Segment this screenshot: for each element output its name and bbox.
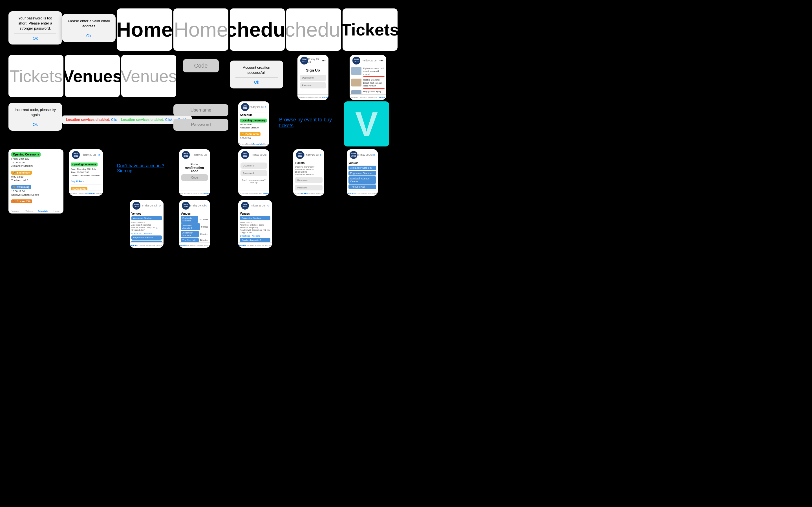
venue-edgbaston-small[interactable]: Edgbaston Stadium	[349, 171, 376, 175]
alert-ok-button[interactable]: Ok	[14, 36, 56, 41]
tab-h-vs[interactable]: Home	[371, 191, 378, 195]
code-input-container: Code	[173, 59, 229, 72]
alert-email-ok-button[interactable]: Ok	[68, 33, 110, 39]
tab-v-vd[interactable]: Venues	[179, 244, 187, 247]
venue-sandwell-dist[interactable]: Sandwell Aquatic C	[181, 223, 200, 230]
tab-h-tp[interactable]: Home	[318, 191, 324, 195]
password-input-small[interactable]	[300, 82, 326, 89]
tab-t-lp[interactable]: Tickets	[246, 191, 253, 195]
tab-t-vc[interactable]: Tickets	[246, 244, 255, 247]
tab-schedule-news[interactable]: Schedule	[368, 96, 377, 100]
cricket-website-link[interactable]: Website	[252, 235, 260, 237]
tab-t-vd[interactable]: Tickets	[187, 244, 194, 247]
login-username[interactable]	[241, 163, 267, 169]
schedule-detail-footer: Venues Tickets Schedule Home	[69, 190, 103, 196]
tab-v-vc[interactable]: Venues	[238, 244, 246, 247]
tab-v-sbig[interactable]: Venues	[8, 209, 22, 213]
tab-t-tp[interactable]: Tickets	[301, 191, 308, 195]
tab-t-vs[interactable]: Tickets	[355, 191, 362, 195]
venue-nec-small[interactable]: The Nec Hall	[349, 184, 376, 189]
sched-cricket-big: 🏏 Cricket T20	[11, 198, 61, 204]
code-input-display[interactable]: Code	[183, 59, 219, 72]
tab-venues-sch[interactable]: Venues	[238, 142, 246, 146]
tab-home-news[interactable]: Home	[377, 96, 386, 100]
tab-s-cc[interactable]: Schedule	[194, 191, 203, 195]
tab-s-vd[interactable]: Schedule	[194, 244, 203, 247]
tickets-username[interactable]	[295, 177, 322, 183]
schedule-phone-body: Schedule Opening Ceremony 19:00-22:00Ale…	[238, 112, 269, 141]
tab-t-va[interactable]: Tickets	[138, 244, 146, 247]
tab-v-sd[interactable]: Venues	[69, 191, 77, 195]
tab-v-tp[interactable]: Venues	[293, 191, 301, 195]
venue-nec-dist[interactable]: Alexander Stadium	[181, 231, 199, 237]
username-input-large[interactable]: Username	[173, 104, 229, 116]
tab-s-tp[interactable]: Schedule	[308, 191, 318, 195]
dont-have-account-link[interactable]: Don't have an account? Sign up	[117, 163, 172, 173]
tab-s-sd[interactable]: Schedule	[85, 191, 95, 195]
alert-email-message: Please enter a valid email address	[68, 18, 110, 29]
alert-account-ok-button[interactable]: Ok	[236, 79, 278, 85]
cricket-directions-link[interactable]: Directions	[240, 235, 250, 237]
phone-body-signup-small: Sign Up	[297, 66, 328, 94]
login-phone-body: Don't have an account? Sign up	[238, 160, 269, 190]
tab-t-sd[interactable]: Tickets	[77, 191, 85, 195]
news-bar-2	[363, 88, 385, 89]
edg-venue-item[interactable]: Edgbaston Stadium	[132, 235, 162, 240]
tab-h-vc[interactable]: Home	[264, 244, 272, 247]
website-link[interactable]: Website	[144, 232, 152, 235]
tab-t-cc[interactable]: Tickets	[187, 191, 194, 195]
tab-schedule-sch[interactable]: Schedule	[253, 142, 263, 146]
schedule-phone: BHM2022 Friday 29 Jul ⚙ Schedule Opening…	[238, 101, 269, 147]
tab-h-cc[interactable]: Home	[203, 191, 210, 195]
cricket-edg-item[interactable]: Edgbaston Stadium	[240, 216, 270, 220]
buy-tickets-link[interactable]: Buy Tickets	[71, 180, 84, 183]
tab-h-vd[interactable]: Home	[203, 244, 210, 247]
login-password[interactable]	[241, 170, 267, 176]
schedule-gray-label: Schedule	[286, 18, 341, 41]
schedule-bold-label: Schedule	[230, 18, 285, 41]
tab-venues-news[interactable]: Venues	[350, 96, 359, 100]
tab-tickets[interactable]: Tickets	[305, 96, 312, 100]
tab-t-sbig[interactable]: Tickets	[22, 209, 36, 213]
tab-v-cc[interactable]: Venues	[179, 191, 187, 195]
home-gray-screen: Home	[173, 8, 229, 51]
venues-distances-phone: BHM2022 Friday 29 Jul ⚙ Venues Edgbaston…	[179, 200, 210, 248]
directions-link[interactable]: Directions	[132, 232, 142, 235]
alex-venue-item[interactable]: Alexander Stadium	[132, 216, 162, 220]
tab-s-vc[interactable]: Schedule	[255, 244, 264, 247]
tab-s-lp[interactable]: Schedule	[253, 191, 262, 195]
tab-schedule[interactable]: Schedule	[312, 96, 321, 100]
venues-phone-small: BHM2022 Friday 29 Jul ⚙ Venues Alexander…	[347, 149, 378, 196]
tab-tickets-news[interactable]: Tickets	[359, 96, 368, 100]
alert-code-ok-button[interactable]: Ok	[14, 122, 56, 127]
cricket-sandwell-item[interactable]: Sandwell Aquatic C	[240, 238, 270, 242]
tab-h-va[interactable]: Home	[155, 244, 163, 247]
tab-h-sd[interactable]: Home	[95, 191, 103, 195]
venue-sandwell-small[interactable]: Sandwell Aquatic Centre	[349, 176, 376, 184]
tab-home[interactable]: Home	[321, 96, 328, 100]
tab-home-sch[interactable]: Home	[263, 142, 269, 146]
news-bar-1	[363, 76, 385, 77]
venues-title-alex: Venues	[132, 212, 162, 215]
browse-link[interactable]: Browse by event to buy tickets	[279, 117, 336, 129]
tickets-password[interactable]	[295, 185, 322, 190]
venues-dist-body: Venues Edgbaston Stadium 3.1 miles Sandw…	[179, 211, 210, 242]
tab-tickets-sch[interactable]: Tickets	[246, 142, 253, 146]
venue-nec2-dist[interactable]: The Nec Hall	[181, 238, 199, 242]
tab-v-lp[interactable]: Venues	[238, 191, 246, 195]
venue-alex-dist[interactable]: Edgbaston Stadium	[181, 216, 198, 223]
tab-h-sbig[interactable]: Home	[50, 209, 63, 213]
swimming-label-big: 🏊 Swimming	[11, 185, 31, 189]
tab-s-va[interactable]: Schedule	[146, 244, 155, 247]
tab-s-vs[interactable]: Schedule	[362, 191, 371, 195]
tab-h-lp[interactable]: Home	[262, 191, 269, 195]
password-input-large[interactable]: Password	[173, 119, 229, 131]
username-input-small[interactable]	[300, 75, 326, 81]
tab-s-sbig[interactable]: Schedule	[36, 209, 50, 213]
venue-alexander-small[interactable]: Alexander Stadium	[349, 166, 376, 170]
tab-v-vs[interactable]: Venues	[347, 191, 355, 195]
code-field[interactable]: Code	[181, 174, 208, 181]
tab-v-va[interactable]: Venues	[130, 244, 138, 247]
news-headline-2: Robbie Crahere: British high jumper lose…	[363, 78, 385, 87]
tab-venues[interactable]: Venues	[297, 96, 305, 100]
